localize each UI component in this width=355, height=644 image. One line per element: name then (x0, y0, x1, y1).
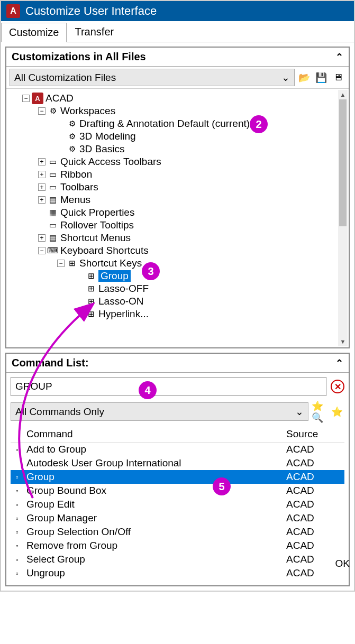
tree-node-toolbars[interactable]: + ▭ Toolbars (8, 181, 347, 194)
command-row[interactable]: ▫ Group Edit ACAD (11, 498, 344, 511)
command-icon: ▫ (11, 444, 23, 455)
key-icon: ⊞ (86, 283, 96, 294)
save-as-icon[interactable]: 🖥 (331, 70, 345, 85)
open-folder-icon[interactable]: 📂 (297, 70, 312, 85)
command-row[interactable]: ▫ Ungroup ACAD (11, 566, 344, 580)
gear-icon: ⚙ (67, 118, 77, 129)
command-row[interactable]: ▫ Select Group ACAD (11, 553, 344, 566)
scrollbar-vertical[interactable]: ▲ ▼ (338, 90, 348, 346)
node-label: Shortcut Keys (79, 257, 142, 269)
expander-icon[interactable]: − (38, 247, 45, 254)
tree-node-keyboard-shortcuts[interactable]: − ⌨ Keyboard Shortcuts (8, 244, 347, 257)
key-icon: ⊞ (86, 296, 96, 307)
command-name: Group Selection On/Off (26, 526, 286, 538)
tree-node-menus[interactable]: + ▤ Menus (8, 194, 347, 206)
key-icon: ⊞ (86, 309, 96, 319)
tree-node-shortcut-menus[interactable]: + ▤ Shortcut Menus (8, 232, 347, 244)
command-row[interactable]: ▫ Remove from Group ACAD (11, 539, 344, 553)
command-filter-dropdown[interactable]: All Commands Only ⌄ (11, 402, 308, 421)
window-title: Customize User Interface (25, 4, 157, 18)
menus-icon: ▤ (48, 195, 58, 205)
command-name: Ungroup (26, 567, 286, 579)
node-label: Lasso-ON (98, 296, 144, 307)
node-label: Lasso-OFF (98, 283, 149, 295)
scroll-down-icon[interactable]: ▼ (338, 337, 348, 346)
chevron-down-icon: ⌄ (281, 71, 290, 84)
column-command[interactable]: Command (26, 428, 286, 440)
menu-icon: ▤ (48, 233, 58, 243)
expander-icon[interactable]: − (57, 260, 65, 267)
command-name: Group Manager (26, 512, 286, 524)
node-label: Workspaces (60, 105, 115, 117)
search-input[interactable] (11, 377, 326, 396)
command-row[interactable]: ▫ Add to Group ACAD (11, 443, 344, 456)
command-row[interactable]: ▫ Group Manager ACAD (11, 511, 344, 525)
expander-icon[interactable]: + (38, 183, 45, 191)
toolbar-icon: ▭ (48, 157, 58, 167)
collapse-icon[interactable]: ⌃ (335, 357, 343, 369)
customization-files-dropdown[interactable]: All Customization Files ⌄ (10, 69, 295, 86)
new-command-icon[interactable]: ⭐ (330, 404, 344, 419)
titlebar: A Customize User Interface (1, 1, 354, 21)
collapse-icon[interactable]: ⌃ (335, 51, 343, 63)
save-icon[interactable]: 💾 (314, 70, 329, 85)
node-label: 3D Basics (79, 143, 125, 155)
node-label: Quick Access Toolbars (60, 156, 161, 168)
expander-icon[interactable]: + (38, 234, 45, 242)
expander-icon[interactable]: − (38, 107, 45, 115)
clear-search-icon[interactable]: ✕ (331, 380, 344, 393)
toolbars-icon: ▭ (48, 182, 58, 192)
command-name: Remove from Group (26, 540, 286, 551)
tree-node-ribbon[interactable]: + ▭ Ribbon (8, 168, 347, 181)
command-source: ACAD (286, 499, 344, 510)
tree-node-sk-lasso-on[interactable]: ⊞ Lasso-ON (8, 295, 347, 308)
command-icon: ▫ (11, 540, 23, 551)
tab-customize[interactable]: Customize (1, 23, 67, 42)
callout-3: 3 (142, 262, 160, 280)
panel-title-command-list: Command List: (12, 357, 89, 369)
tab-transfer[interactable]: Transfer (67, 22, 122, 42)
command-icon: ▫ (11, 485, 23, 496)
scroll-up-icon[interactable]: ▲ (338, 90, 348, 99)
tree-root-acad[interactable]: − A ACAD (8, 92, 347, 105)
callout-4: 4 (139, 381, 157, 399)
command-row-selected[interactable]: ▫ Group ACAD (11, 470, 344, 484)
tree-node-qat[interactable]: + ▭ Quick Access Toolbars (8, 155, 347, 168)
node-label: Menus (60, 194, 90, 206)
command-name: Autodesk User Group International (26, 457, 286, 469)
command-icon: ▫ (11, 527, 23, 537)
chevron-down-icon: ⌄ (295, 406, 304, 418)
tree-node-quickprops[interactable]: ▦ Quick Properties (8, 206, 347, 219)
expander-icon[interactable]: + (38, 171, 45, 178)
command-icon: ▫ (11, 568, 23, 578)
filter-value: All Commands Only (15, 406, 104, 418)
column-source[interactable]: Source (286, 428, 344, 440)
node-label: Drafting & Annotation Default (current) (79, 118, 250, 130)
tree-node-ws-drafting[interactable]: ⚙ Drafting & Annotation Default (current… (8, 117, 347, 130)
keyboard-icon: ⌨ (48, 245, 58, 256)
command-row[interactable]: ▫ Group Selection On/Off ACAD (11, 525, 344, 539)
find-command-icon[interactable]: ⭐🔍 (312, 404, 326, 419)
expander-icon[interactable]: + (38, 158, 45, 165)
scrollbar-thumb[interactable] (339, 99, 347, 226)
tree-node-rollover[interactable]: ▭ Rollover Tooltips (8, 219, 347, 232)
command-source: ACAD (286, 485, 344, 496)
tree-node-workspaces[interactable]: − ⚙ Workspaces (8, 105, 347, 117)
node-label: ACAD (45, 93, 74, 104)
command-row[interactable]: Autodesk User Group International ACAD (11, 456, 344, 470)
expander-icon[interactable]: − (22, 95, 30, 102)
command-row[interactable]: ▫ Group Bound Box ACAD (11, 484, 344, 498)
tree-node-sk-lasso-off[interactable]: ⊞ Lasso-OFF (8, 282, 347, 295)
node-label: Quick Properties (60, 207, 134, 218)
tree-node-sk-hyperlink[interactable]: ⊞ Hyperlink... (8, 308, 347, 320)
command-source: ACAD (286, 457, 344, 469)
ok-button[interactable]: OK (332, 556, 353, 572)
command-source: ACAD (286, 444, 344, 455)
node-label: Shortcut Menus (60, 232, 131, 244)
tree-node-shortcut-keys[interactable]: − ⊞ Shortcut Keys (8, 257, 347, 270)
tree-node-ws-3dmodeling[interactable]: ⚙ 3D Modeling (8, 130, 347, 143)
tree-node-sk-group[interactable]: ⊞ Group (8, 270, 347, 282)
customization-tree[interactable]: − A ACAD − ⚙ Workspaces ⚙ Drafting & Ann… (6, 89, 349, 324)
expander-icon[interactable]: + (38, 196, 45, 204)
tree-node-ws-3dbasics[interactable]: ⚙ 3D Basics (8, 143, 347, 155)
